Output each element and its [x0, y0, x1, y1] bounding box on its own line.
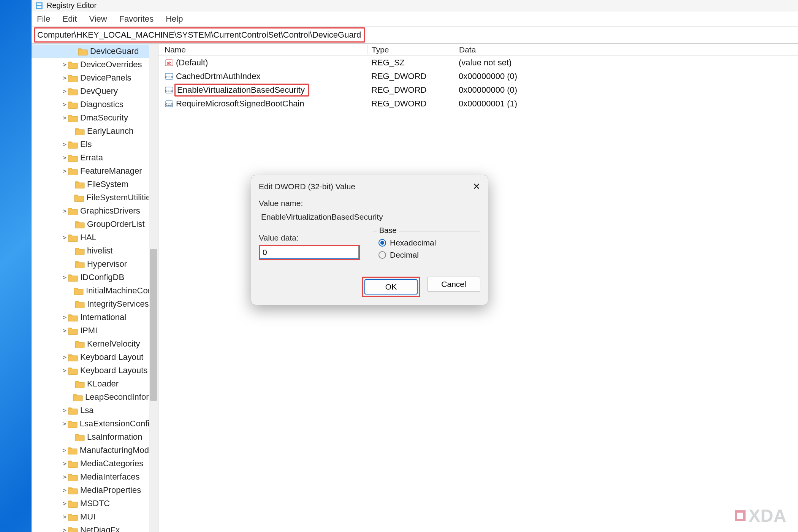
scrollbar-thumb[interactable]: [150, 249, 157, 401]
value-row[interactable]: 0110CachedDrtmAuthIndexREG_DWORD0x000000…: [158, 70, 798, 83]
value-row[interactable]: 0110RequireMicrosoftSignedBootChainREG_D…: [158, 97, 798, 111]
registry-tree[interactable]: DeviceGuard>DeviceOverrides>DevicePanels…: [32, 44, 158, 532]
tree-node[interactable]: >International: [32, 310, 149, 324]
tree-label: KLoader: [87, 379, 119, 389]
chevron-right-icon[interactable]: >: [61, 353, 68, 361]
tree-node[interactable]: >Els: [32, 138, 149, 151]
address-bar[interactable]: Computer\HKEY_LOCAL_MACHINE\SYSTEM\Curre…: [34, 27, 365, 43]
tree-node[interactable]: >DevicePanels: [32, 71, 149, 84]
menu-view[interactable]: View: [89, 14, 107, 24]
value-row[interactable]: ab(Default)REG_SZ(value not set): [158, 56, 798, 70]
tree-node[interactable]: >MediaCategories: [32, 457, 149, 470]
chevron-right-icon[interactable]: >: [61, 154, 68, 162]
tree-scrollbar[interactable]: [149, 44, 158, 532]
tree-node[interactable]: >NetDiagFx: [32, 523, 149, 532]
tree-node[interactable]: >Keyboard Layout: [32, 350, 149, 364]
tree-node[interactable]: >IDConfigDB: [32, 271, 149, 284]
menu-file[interactable]: File: [37, 14, 50, 24]
chevron-right-icon[interactable]: >: [61, 526, 68, 532]
col-header-type[interactable]: Type: [367, 45, 455, 54]
tree-label: DevQuery: [80, 86, 118, 96]
tree-node[interactable]: GroupOrderList: [32, 217, 149, 231]
tree-node[interactable]: >MSDTC: [32, 497, 149, 510]
folder-icon: [68, 353, 78, 361]
chevron-right-icon[interactable]: >: [61, 513, 68, 521]
tree-node[interactable]: >MediaInterfaces: [32, 470, 149, 483]
folder-icon: [68, 100, 78, 109]
col-header-name[interactable]: Name: [158, 45, 367, 54]
tree-node[interactable]: >Errata: [32, 151, 149, 164]
menu-favorites[interactable]: Favorites: [119, 14, 154, 24]
svg-rect-2: [37, 6, 42, 8]
tree-node[interactable]: >ManufacturingMode: [32, 443, 149, 457]
chevron-right-icon[interactable]: >: [61, 313, 68, 321]
tree-label: Keyboard Layouts: [80, 366, 147, 375]
radio-hexadecimal[interactable]: [378, 239, 386, 247]
chevron-right-icon[interactable]: >: [61, 406, 68, 414]
tree-node[interactable]: >GraphicsDrivers: [32, 204, 149, 217]
chevron-right-icon[interactable]: >: [61, 459, 68, 467]
tree-node[interactable]: >DeviceOverrides: [32, 58, 149, 71]
value-type: REG_DWORD: [367, 99, 455, 109]
chevron-right-icon[interactable]: >: [61, 74, 68, 82]
value-data-field[interactable]: [260, 246, 359, 259]
tree-label: Errata: [80, 153, 103, 163]
folder-icon: [75, 340, 85, 348]
tree-label: DmaSecurity: [80, 113, 128, 123]
value-row[interactable]: 0110EnableVirtualizationBasedSecurityREG…: [158, 83, 798, 97]
chevron-right-icon[interactable]: >: [61, 499, 68, 507]
cancel-button[interactable]: Cancel: [427, 277, 480, 292]
tree-node[interactable]: Hypervisor: [32, 257, 149, 271]
chevron-right-icon[interactable]: >: [61, 207, 68, 215]
chevron-right-icon[interactable]: >: [61, 114, 68, 122]
tree-node[interactable]: >HAL: [32, 231, 149, 244]
radio-hex-row[interactable]: Hexadecimal: [378, 238, 475, 247]
close-icon[interactable]: ✕: [473, 181, 480, 192]
tree-node[interactable]: FileSystemUtilities: [32, 191, 149, 204]
chevron-right-icon[interactable]: >: [61, 233, 68, 241]
tree-label: DevicePanels: [80, 73, 131, 83]
base-group: Base Hexadecimal Decimal: [373, 231, 480, 265]
tree-node[interactable]: LeapSecondInformation: [32, 390, 149, 404]
chevron-right-icon[interactable]: >: [61, 420, 68, 428]
tree-node[interactable]: >FeatureManager: [32, 164, 149, 177]
chevron-right-icon[interactable]: >: [61, 473, 68, 481]
tree-node[interactable]: DeviceGuard: [32, 44, 149, 58]
tree-node[interactable]: >MUI: [32, 510, 149, 523]
tree-node[interactable]: >Lsa: [32, 404, 149, 417]
chevron-right-icon[interactable]: >: [61, 60, 68, 68]
ok-button[interactable]: OK: [364, 279, 418, 294]
chevron-right-icon[interactable]: >: [61, 366, 68, 374]
chevron-right-icon[interactable]: >: [61, 87, 68, 95]
tree-node[interactable]: >DevQuery: [32, 84, 149, 98]
tree-node[interactable]: InitialMachineConfig: [32, 284, 149, 297]
radio-dec-row[interactable]: Decimal: [378, 250, 475, 260]
tree-node[interactable]: >DmaSecurity: [32, 111, 149, 124]
tree-node[interactable]: >LsaExtensionConfig: [32, 417, 149, 430]
chevron-right-icon[interactable]: >: [61, 326, 68, 334]
tree-node[interactable]: IntegrityServices: [32, 297, 149, 310]
tree-node[interactable]: LsaInformation: [32, 430, 149, 443]
tree-node[interactable]: >IPMI: [32, 324, 149, 337]
radio-decimal[interactable]: [378, 251, 386, 259]
tree-node[interactable]: >Diagnostics: [32, 98, 149, 111]
chevron-right-icon[interactable]: >: [61, 100, 68, 108]
chevron-right-icon[interactable]: >: [61, 446, 68, 454]
chevron-right-icon[interactable]: >: [61, 273, 68, 281]
chevron-right-icon[interactable]: >: [61, 486, 68, 494]
chevron-right-icon[interactable]: >: [61, 140, 68, 148]
tree-label: LsaInformation: [87, 432, 142, 442]
tree-node[interactable]: hivelist: [32, 244, 149, 257]
menu-help[interactable]: Help: [166, 14, 183, 24]
menu-edit[interactable]: Edit: [62, 14, 77, 24]
col-header-data[interactable]: Data: [455, 45, 798, 54]
tree-node[interactable]: >Keyboard Layouts: [32, 364, 149, 377]
tree-node[interactable]: EarlyLaunch: [32, 124, 149, 138]
binary-value-icon: 0110: [165, 99, 174, 108]
tree-node[interactable]: KLoader: [32, 377, 149, 390]
tree-node[interactable]: FileSystem: [32, 177, 149, 191]
tree-node[interactable]: KernelVelocity: [32, 337, 149, 350]
tree-node[interactable]: >MediaProperties: [32, 483, 149, 497]
chevron-right-icon[interactable]: >: [61, 167, 68, 175]
value-name-field[interactable]: [259, 210, 480, 224]
